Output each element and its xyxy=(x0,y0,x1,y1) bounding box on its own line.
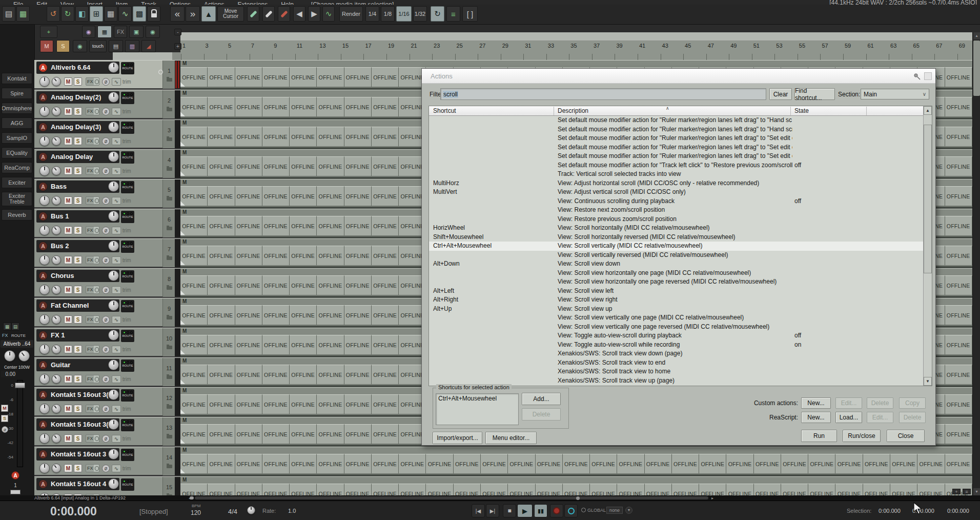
track-phase-button[interactable]: ø xyxy=(102,197,110,205)
track-panel-row[interactable]: AKontakt 5 16out 3(2ROUTEMSFXø∿trim12 xyxy=(34,387,180,415)
track-number-cell[interactable]: 7 xyxy=(162,239,175,267)
mixer-fader-handle[interactable] xyxy=(15,383,25,388)
delete-button[interactable]: Delete xyxy=(899,412,926,423)
action-row[interactable]: Shift+MousewheelView: Scroll horizontall… xyxy=(429,233,923,242)
item-fade-handle[interactable] xyxy=(180,142,185,146)
item-grouping-button[interactable]: ◧ xyxy=(75,6,89,22)
move-cursor-button[interactable]: Move Cursor xyxy=(217,6,244,22)
track-mute-button[interactable]: M xyxy=(64,137,72,145)
media-item-offline[interactable]: OFFLINE xyxy=(945,127,972,147)
track-record-arm-badge[interactable]: A xyxy=(38,361,48,370)
track-volume-knob[interactable] xyxy=(108,211,119,222)
repeat-button[interactable] xyxy=(564,504,578,517)
media-item-offline[interactable]: OFFLINE xyxy=(672,484,699,495)
track-solo-button[interactable]: S xyxy=(74,345,82,353)
media-item-offline[interactable]: OFFLINE xyxy=(945,305,972,325)
media-item-offline[interactable]: OFFLINE xyxy=(372,127,399,147)
grid-division-1-8[interactable]: 1/8 xyxy=(381,6,395,22)
action-row[interactable]: Set default mouse modifier action for "R… xyxy=(429,143,923,152)
column-state[interactable]: State xyxy=(794,106,809,116)
fx-power-icon[interactable] xyxy=(95,79,99,84)
media-item-offline[interactable]: OFFLINE xyxy=(835,454,863,474)
track-solo-button[interactable]: S xyxy=(74,286,82,294)
track-record-arm-badge[interactable]: A xyxy=(38,271,48,281)
media-item-offline[interactable]: OFFLINE xyxy=(235,67,262,87)
media-item-offline[interactable]: OFFLINE xyxy=(344,186,372,206)
track-fx-button[interactable]: FX xyxy=(86,464,99,472)
track-envelope-button[interactable]: ∿ xyxy=(112,137,121,145)
folder-icon[interactable] xyxy=(167,137,172,141)
track-record-arm-badge[interactable]: A xyxy=(38,390,48,399)
track-mute-button[interactable]: M xyxy=(64,167,72,175)
media-item-offline[interactable]: OFFLINE xyxy=(645,454,672,474)
solo-all-button[interactable]: S xyxy=(56,40,70,52)
track-envelope-button[interactable]: ∿ xyxy=(112,435,121,443)
track-number-cell[interactable]: 11 xyxy=(162,358,175,386)
mixer-icon-b[interactable]: ▤ xyxy=(11,323,19,330)
track-pan-knob[interactable] xyxy=(39,166,50,176)
column-description[interactable]: Description xyxy=(558,106,588,116)
track-volume-knob[interactable] xyxy=(108,389,119,400)
media-item-offline[interactable]: OFFLINE xyxy=(317,394,344,414)
menu-editor-button[interactable]: Menu editor... xyxy=(485,432,537,444)
media-item-offline[interactable]: OFFLINE xyxy=(726,484,753,495)
media-item-offline[interactable]: OFFLINE xyxy=(180,484,208,495)
track-envelope-button[interactable]: ∿ xyxy=(112,227,121,234)
horizontal-scroll-marker[interactable] xyxy=(576,496,580,500)
item-fade-handle[interactable] xyxy=(180,320,185,325)
media-item-offline[interactable]: OFFLINE xyxy=(262,186,290,206)
media-item-offline[interactable]: OFFLINE xyxy=(317,305,344,325)
media-item-offline[interactable]: OFFLINE xyxy=(262,246,290,266)
time-signature[interactable]: 4/4 xyxy=(228,508,237,515)
track-fx-button[interactable]: FX xyxy=(86,167,99,175)
track-phase-button[interactable]: ø xyxy=(102,137,110,145)
track-mute-button[interactable]: M xyxy=(64,107,72,115)
delete-button[interactable]: Delete xyxy=(867,397,893,409)
media-item-offline[interactable]: OFFLINE xyxy=(754,484,781,495)
media-item-offline[interactable]: OFFLINE xyxy=(454,484,481,495)
media-item-offline[interactable]: OFFLINE xyxy=(262,394,290,414)
track-pan-knob[interactable] xyxy=(39,344,50,354)
dialog-dock-button[interactable] xyxy=(924,72,932,80)
track-envelope-button[interactable]: ∿ xyxy=(112,286,121,294)
sidebar-item-equality[interactable]: EQuality xyxy=(2,147,32,158)
shortcut-listbox[interactable]: Ctrl+Alt+Mousewheel xyxy=(436,393,519,425)
track-number-cell[interactable]: 10 xyxy=(162,328,175,356)
track-width-knob[interactable] xyxy=(52,226,61,235)
track-mute-button[interactable]: M xyxy=(64,345,72,353)
section-dropdown[interactable]: Main ∨ xyxy=(861,89,929,99)
track-solo-button[interactable]: S xyxy=(74,107,82,115)
media-item-offline[interactable]: OFFLINE xyxy=(235,186,262,206)
track-mute-button[interactable]: M xyxy=(64,375,72,383)
media-item-offline[interactable]: OFFLINE xyxy=(372,394,399,414)
media-item-offline[interactable]: OFFLINE xyxy=(699,454,726,474)
track-pan-knob[interactable] xyxy=(39,433,50,444)
track-volume-knob[interactable] xyxy=(108,478,119,489)
media-item-offline[interactable]: OFFLINE xyxy=(235,394,262,414)
media-item-offline[interactable]: OFFLINE xyxy=(590,454,617,474)
media-item-offline[interactable]: OFFLINE xyxy=(208,97,235,117)
folder-icon[interactable] xyxy=(167,346,172,349)
filter-input[interactable]: scroll xyxy=(440,88,766,100)
list-scroll-thumb[interactable] xyxy=(924,125,932,273)
media-item-offline[interactable]: OFFLINE xyxy=(208,127,235,147)
copy-button[interactable]: Copy xyxy=(899,397,926,409)
track-width-knob[interactable] xyxy=(52,345,61,354)
track-record-arm-badge[interactable]: A xyxy=(38,242,48,251)
action-row[interactable]: HorizWheelView: Scroll horizontally (MID… xyxy=(429,224,923,233)
media-lanes-button[interactable]: ≡ xyxy=(446,6,460,22)
media-item-offline[interactable]: OFFLINE xyxy=(726,454,753,474)
transport-time[interactable]: 0:00.000 xyxy=(50,505,97,518)
media-item-offline[interactable]: OFFLINE xyxy=(290,305,317,325)
snap-grid-button[interactable]: ▩ xyxy=(133,6,146,22)
media-item-offline[interactable]: OFFLINE xyxy=(399,454,426,474)
track-route-button[interactable]: ROUTE xyxy=(121,300,134,312)
folder-icon[interactable] xyxy=(167,197,172,201)
track-route-button[interactable]: ROUTE xyxy=(121,122,134,134)
action-row[interactable]: Alt+LeftView: Scroll view left xyxy=(429,287,923,296)
go-to-end-button[interactable]: ▶| xyxy=(486,504,499,517)
track-phase-button[interactable]: ø xyxy=(102,167,110,175)
track-width-knob[interactable] xyxy=(52,136,61,146)
add-track-button[interactable]: + xyxy=(40,26,57,38)
media-item-offline[interactable]: OFFLINE xyxy=(563,454,590,474)
